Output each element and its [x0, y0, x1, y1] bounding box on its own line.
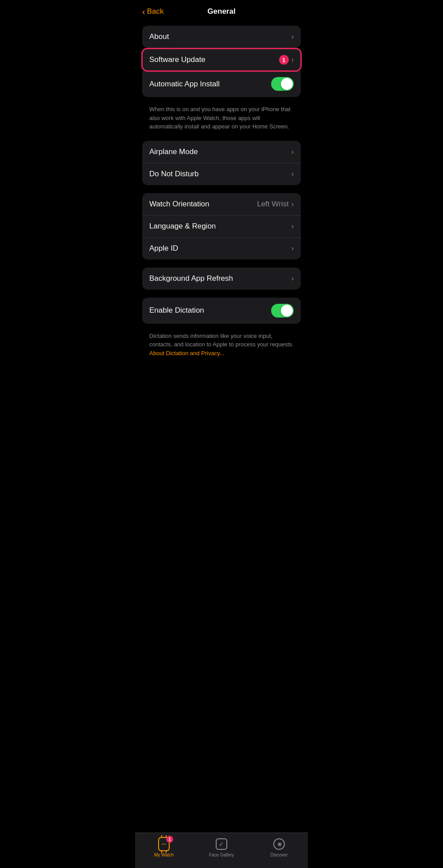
watch-orientation-chevron-icon: › [291, 200, 294, 208]
orientation-language-appleid-card: Watch Orientation Left Wrist › Language … [142, 193, 301, 260]
software-update-chevron-icon: › [291, 56, 294, 64]
apple-id-label: Apple ID [149, 244, 291, 253]
dictation-privacy-link[interactable]: About Dictation and Privacy... [149, 350, 225, 356]
enable-dictation-toggle[interactable] [271, 304, 294, 318]
enable-dictation-description: Dictation sends information like your vo… [142, 328, 301, 364]
automatic-app-install-row[interactable]: Automatic App Install [142, 71, 301, 97]
background-app-refresh-label: Background App Refresh [149, 274, 291, 283]
language-region-row-right: › [291, 222, 294, 230]
language-region-chevron-icon: › [291, 222, 294, 230]
watch-orientation-label: Watch Orientation [149, 200, 257, 209]
about-chevron-icon: › [291, 33, 294, 41]
automatic-app-install-description: When this is on and you have apps on you… [142, 101, 301, 137]
back-label: Back [147, 7, 164, 16]
apple-id-row-right: › [291, 244, 294, 252]
software-update-card: Software Update 1 › [142, 49, 301, 71]
about-label: About [149, 32, 291, 41]
software-update-label: Software Update [149, 55, 279, 64]
watch-orientation-row[interactable]: Watch Orientation Left Wrist › [142, 193, 301, 215]
language-region-label: Language & Region [149, 222, 291, 231]
airplane-mode-label: Airplane Mode [149, 147, 291, 156]
back-chevron-icon: ‹ [142, 7, 145, 17]
software-update-row[interactable]: Software Update 1 › [142, 49, 301, 71]
background-app-refresh-row-right: › [291, 275, 294, 283]
do-not-disturb-row-right: › [291, 170, 294, 178]
toggle-thumb [281, 78, 293, 90]
do-not-disturb-row[interactable]: Do Not Disturb › [142, 163, 301, 185]
software-update-badge: 1 [279, 55, 289, 65]
enable-dictation-label: Enable Dictation [149, 306, 271, 315]
background-app-refresh-chevron-icon: › [291, 275, 294, 283]
automatic-install-card: Automatic App Install [142, 71, 301, 97]
airplane-mode-chevron-icon: › [291, 148, 294, 156]
apple-id-row[interactable]: Apple ID › [142, 237, 301, 260]
enable-dictation-row[interactable]: Enable Dictation [142, 298, 301, 324]
about-section-card: About › [142, 26, 301, 48]
background-app-refresh-row[interactable]: Background App Refresh › [142, 267, 301, 290]
language-region-row[interactable]: Language & Region › [142, 215, 301, 237]
page-title: General [207, 7, 235, 16]
do-not-disturb-label: Do Not Disturb [149, 170, 291, 178]
automatic-app-install-label: Automatic App Install [149, 80, 271, 89]
back-button[interactable]: ‹ Back [142, 7, 163, 17]
apple-id-chevron-icon: › [291, 244, 294, 252]
airplane-dnd-card: Airplane Mode › Do Not Disturb › [142, 141, 301, 185]
content-area: About › Software Update 1 › Automatic Ap… [135, 21, 308, 408]
background-app-refresh-card: Background App Refresh › [142, 267, 301, 290]
airplane-mode-row-right: › [291, 148, 294, 156]
enable-dictation-description-text: Dictation sends information like your vo… [149, 333, 294, 348]
automatic-app-install-toggle[interactable] [271, 77, 294, 91]
watch-orientation-row-right: Left Wrist › [257, 200, 294, 209]
watch-orientation-value: Left Wrist [257, 200, 288, 209]
do-not-disturb-chevron-icon: › [291, 170, 294, 178]
navigation-header: ‹ Back General [135, 0, 308, 21]
about-row[interactable]: About › [142, 26, 301, 48]
airplane-mode-row[interactable]: Airplane Mode › [142, 141, 301, 163]
about-row-right: › [291, 33, 294, 41]
software-update-row-right: 1 › [279, 55, 294, 65]
automatic-app-install-description-text: When this is on and you have apps on you… [149, 106, 291, 130]
enable-dictation-card: Enable Dictation [142, 298, 301, 324]
dictation-toggle-thumb [281, 305, 293, 317]
